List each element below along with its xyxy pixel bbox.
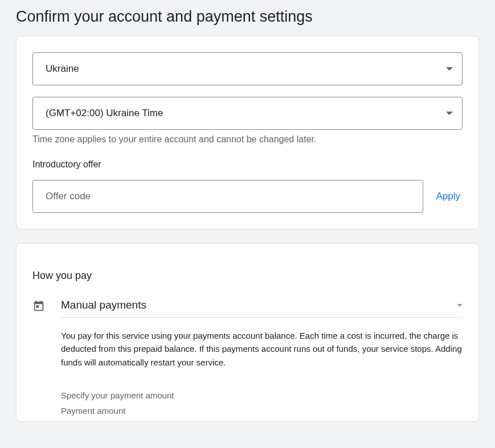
dropdown-icon <box>446 67 453 71</box>
offer-code-input[interactable] <box>32 180 423 213</box>
page-title: Confirm your account and payment setting… <box>0 0 495 36</box>
specify-payment-label: Specify your payment amount <box>61 391 463 400</box>
timezone-helper: Time zone applies to your entire account… <box>32 134 463 145</box>
how-you-pay-heading: How you pay <box>32 270 463 282</box>
payment-content: Manual payments You pay for this service… <box>61 299 463 416</box>
timezone-value: (GMT+02:00) Ukraine Time <box>46 108 163 119</box>
offer-label: Introductory offer <box>32 159 463 170</box>
payment-method-value: Manual payments <box>61 299 146 311</box>
timezone-select[interactable]: (GMT+02:00) Ukraine Time <box>32 97 463 130</box>
dropdown-icon <box>457 304 463 307</box>
account-settings-card: Ukraine (GMT+02:00) Ukraine Time Time zo… <box>16 36 479 229</box>
payment-description: You pay for this service using your paym… <box>61 329 463 369</box>
country-value: Ukraine <box>46 63 79 75</box>
payment-method-select[interactable]: Manual payments <box>61 299 463 318</box>
apply-button[interactable]: Apply <box>436 191 463 202</box>
offer-row: Apply <box>32 180 463 213</box>
country-select[interactable]: Ukraine <box>32 52 463 85</box>
payment-card: How you pay Manual payments You pay for … <box>16 243 479 422</box>
calendar-icon <box>32 300 45 313</box>
payment-amount-label: Payment amount <box>61 406 463 416</box>
payment-row: Manual payments You pay for this service… <box>32 299 463 416</box>
dropdown-icon <box>446 112 453 115</box>
